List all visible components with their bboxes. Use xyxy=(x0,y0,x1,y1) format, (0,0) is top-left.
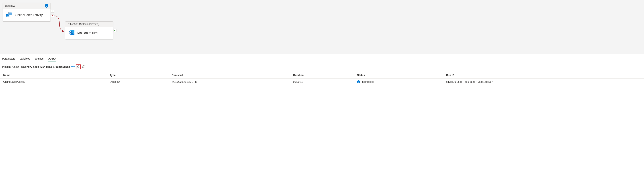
output-tabs: Parameters Variables Settings Output xyxy=(0,54,644,62)
outlook-icon xyxy=(68,29,75,37)
activity-dataflow-header: Dataflow xyxy=(3,3,50,9)
activity-outlook-type: Office365 Outlook (Preview) xyxy=(68,23,99,26)
svg-point-13 xyxy=(72,66,72,67)
col-duration[interactable]: Duration xyxy=(290,72,354,78)
activity-outlook-body: Mail on failure xyxy=(66,27,113,39)
svg-rect-3 xyxy=(8,16,8,16)
table-header-row: Name Type Run start Duration Status Run … xyxy=(0,72,644,78)
col-run-id[interactable]: Run ID xyxy=(443,72,644,78)
cell-type: Dataflow xyxy=(106,78,168,85)
output-table: Name Type Run start Duration Status Run … xyxy=(0,72,644,85)
run-id-value: aa8e7b77-5a5c-4264-bea8-a7103c52d3a8 xyxy=(21,65,70,68)
run-id-row: Pipeline run ID: aa8e7b77-5a5c-4264-bea8… xyxy=(0,62,644,72)
svg-rect-4 xyxy=(8,16,9,16)
info-icon[interactable]: i xyxy=(82,65,85,68)
tab-variables[interactable]: Variables xyxy=(20,56,30,62)
activity-dataflow-name: OnlineSalesActivity xyxy=(15,13,43,17)
activity-outlook-header: Office365 Outlook (Preview) xyxy=(66,22,113,27)
run-id-label: Pipeline run ID: xyxy=(2,65,20,68)
col-status[interactable]: Status xyxy=(354,72,443,78)
svg-rect-5 xyxy=(6,16,7,17)
refresh-button[interactable] xyxy=(76,64,81,69)
cell-name: OnlineSalesActivity xyxy=(0,78,106,85)
tab-parameters[interactable]: Parameters xyxy=(2,56,15,62)
port-on-success[interactable]: ✓ xyxy=(51,10,54,12)
table-row[interactable]: OnlineSalesActivity Dataflow 4/21/2023, … xyxy=(0,78,644,85)
svg-rect-6 xyxy=(8,16,8,17)
svg-point-14 xyxy=(73,66,74,67)
status-text: In progress xyxy=(362,80,374,83)
glasses-icon[interactable] xyxy=(71,65,74,68)
activity-dataflow-type: Dataflow xyxy=(5,4,15,7)
svg-rect-7 xyxy=(8,16,9,17)
port-on-failure[interactable]: ✕ xyxy=(51,14,54,17)
activity-dataflow[interactable]: Dataflow OnlineSale xyxy=(3,3,51,22)
tab-settings[interactable]: Settings xyxy=(34,56,44,62)
col-name[interactable]: Name xyxy=(0,72,106,78)
cell-status: In progress xyxy=(354,78,443,85)
status-in-progress-icon xyxy=(357,80,360,83)
activity-outlook[interactable]: Office365 Outlook (Preview) Mail on fail… xyxy=(65,21,113,40)
tab-output[interactable]: Output xyxy=(48,56,56,62)
pipeline-canvas[interactable]: Dataflow OnlineSale xyxy=(0,0,644,54)
svg-rect-2 xyxy=(6,16,7,16)
in-progress-icon xyxy=(45,4,48,8)
activity-dataflow-body: OnlineSalesActivity xyxy=(3,9,50,21)
cell-run-start: 4/21/2023, 6:18:31 PM xyxy=(168,78,290,85)
col-run-start[interactable]: Run start xyxy=(168,72,290,78)
port-outlook-success[interactable]: ✓ xyxy=(114,29,116,32)
connector-failure xyxy=(54,14,66,32)
dataflow-icon xyxy=(6,12,12,19)
cell-duration: 00:00:12 xyxy=(290,78,354,85)
activity-outlook-name: Mail on failure xyxy=(77,31,98,35)
col-type[interactable]: Type xyxy=(106,72,168,78)
cell-run-id: aff7ed76-25ad-4485-a6ed-49d3b1ecc067 xyxy=(443,78,644,85)
